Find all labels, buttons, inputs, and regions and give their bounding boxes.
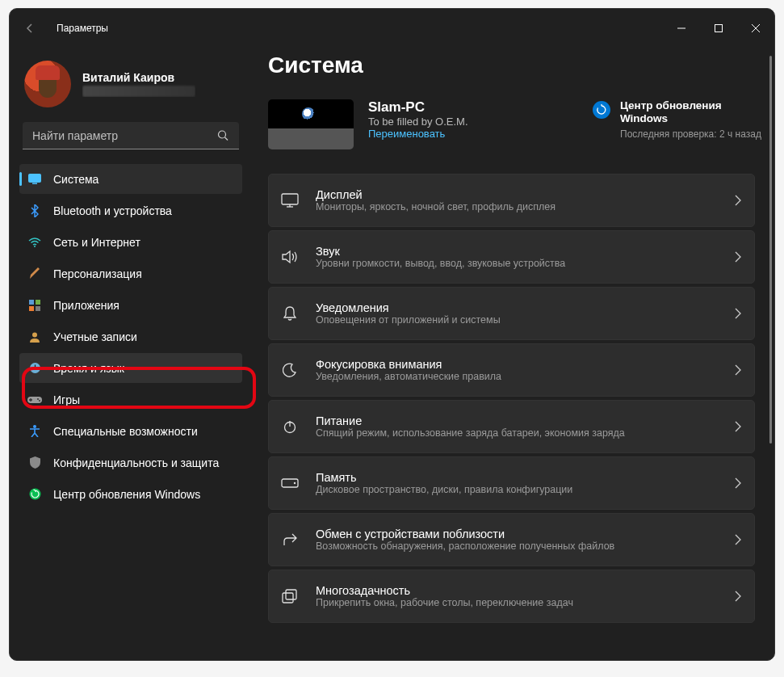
maximize-button[interactable] (700, 9, 737, 48)
accessibility-icon (27, 424, 42, 439)
chevron-right-icon (735, 364, 741, 376)
sidebar-item-apps[interactable]: Приложения (19, 290, 242, 320)
sidebar-item-personalization[interactable]: Персонализация (19, 259, 242, 288)
settings-window: Параметры Виталий Каиров (9, 8, 775, 661)
setting-title: Обмен с устройствами поблизости (316, 528, 735, 540)
setting-sub: Дисковое пространство, диски, правила ко… (316, 484, 735, 495)
window-title: Параметры (57, 23, 108, 34)
setting-display[interactable]: Дисплей Мониторы, яркость, ночной свет, … (268, 174, 755, 227)
sidebar-item-label: Учетные записи (53, 330, 137, 343)
rename-link[interactable]: Переименовать (368, 128, 468, 140)
pc-name: Slam-PC (368, 99, 468, 116)
setting-title: Питание (316, 414, 735, 427)
svg-point-14 (37, 398, 39, 400)
sidebar-item-network[interactable]: Сеть и Интернет (19, 227, 242, 257)
chevron-right-icon (735, 421, 741, 432)
refresh-icon (27, 487, 42, 502)
setting-title: Уведомления (316, 301, 735, 314)
refresh-icon (593, 101, 610, 119)
sidebar-item-label: Специальные возможности (53, 425, 198, 438)
shield-icon (27, 456, 42, 470)
main-content: Система Slam-PC To be filled by O.E.M. П… (252, 48, 774, 660)
sidebar-item-accessibility[interactable]: Специальные возможности (19, 416, 242, 446)
chevron-right-icon (735, 195, 741, 206)
chevron-right-icon (735, 251, 741, 263)
close-button[interactable] (737, 9, 774, 48)
sidebar-item-time[interactable]: Время и язык (19, 353, 242, 383)
titlebar: Параметры (10, 9, 774, 48)
svg-point-2 (219, 131, 226, 138)
sidebar-item-system[interactable]: Система (19, 164, 242, 194)
header-cards: Slam-PC To be filled by O.E.M. Переимено… (268, 99, 774, 149)
sidebar-item-label: Система (53, 173, 99, 186)
svg-point-24 (294, 482, 296, 484)
chevron-right-icon (735, 308, 741, 319)
sidebar-item-label: Приложения (53, 299, 119, 312)
setting-title: Фокусировка внимания (316, 358, 735, 371)
setting-power[interactable]: Питание Спящий режим, использование заря… (268, 400, 755, 453)
setting-focus[interactable]: Фокусировка внимания Уведомления, автома… (268, 343, 755, 397)
sidebar-item-label: Игры (53, 393, 80, 406)
update-sub: Последняя проверка: 2 ч назад (620, 128, 766, 140)
search-input[interactable] (23, 122, 239, 149)
back-button[interactable] (18, 16, 42, 40)
update-title: Центр обновления Windows (620, 99, 766, 125)
svg-point-16 (33, 425, 36, 428)
wifi-icon (27, 235, 42, 250)
minimize-button[interactable] (663, 9, 700, 48)
windows-update-card[interactable]: Центр обновления Windows Последняя прове… (593, 99, 774, 140)
drive-icon (280, 473, 300, 493)
sidebar-item-accounts[interactable]: Учетные записи (19, 322, 242, 351)
svg-rect-1 (715, 25, 723, 32)
sidebar-item-label: Персонализация (53, 267, 142, 280)
svg-rect-7 (29, 300, 34, 305)
avatar (24, 61, 71, 107)
setting-sub: Уведомления, автоматические правила (316, 371, 735, 382)
svg-point-15 (39, 400, 40, 402)
search-box[interactable] (23, 122, 239, 149)
sidebar-item-update[interactable]: Центр обновления Windows (19, 479, 242, 509)
profile[interactable]: Виталий Каиров (13, 53, 249, 122)
sidebar-item-label: Сеть и Интернет (53, 236, 140, 249)
sidebar-item-bluetooth[interactable]: Bluetooth и устройства (19, 196, 242, 225)
setting-multitasking[interactable]: Многозадачность Прикрепить окна, рабочие… (268, 570, 755, 623)
sidebar-item-privacy[interactable]: Конфиденциальность и защита (19, 448, 242, 477)
svg-rect-25 (283, 593, 293, 603)
setting-sound[interactable]: Звук Уровни громкости, вывод, ввод, звук… (268, 230, 755, 284)
setting-sub: Спящий режим, использование заряда батар… (316, 427, 735, 439)
sidebar-item-label: Конфиденциальность и защита (53, 456, 219, 469)
scrollbar[interactable] (769, 56, 772, 652)
setting-share[interactable]: Обмен с устройствами поблизости Возможно… (268, 513, 755, 566)
chevron-right-icon (735, 477, 741, 489)
setting-sub: Оповещения от приложений и системы (316, 314, 735, 326)
monitor-icon (27, 172, 42, 187)
svg-rect-4 (29, 174, 41, 182)
sidebar-item-label: Центр обновления Windows (53, 488, 200, 501)
apps-icon (27, 298, 42, 313)
svg-rect-18 (282, 194, 298, 204)
clock-icon (27, 361, 42, 376)
profile-email-blurred (82, 86, 195, 97)
sidebar-item-gaming[interactable]: Игры (19, 385, 242, 414)
multitask-icon (280, 587, 300, 606)
setting-storage[interactable]: Память Дисковое пространство, диски, пра… (268, 456, 755, 510)
moon-icon (280, 360, 300, 380)
display-icon (280, 191, 300, 210)
setting-notifications[interactable]: Уведомления Оповещения от приложений и с… (268, 287, 755, 340)
share-icon (280, 530, 300, 549)
gamepad-icon (27, 393, 42, 407)
bell-icon (280, 304, 300, 323)
scrollbar-thumb[interactable] (769, 56, 772, 444)
setting-title: Дисплей (316, 188, 735, 201)
setting-title: Звук (316, 245, 735, 258)
sidebar-item-label: Время и язык (53, 362, 124, 375)
setting-sub: Уровни громкости, вывод, ввод, звуковые … (316, 258, 735, 269)
svg-rect-5 (32, 183, 37, 184)
chevron-right-icon (735, 591, 741, 602)
sidebar-item-label: Bluetooth и устройства (53, 204, 172, 217)
power-icon (280, 417, 300, 436)
pc-card[interactable]: Slam-PC To be filled by O.E.M. Переимено… (268, 99, 568, 149)
svg-rect-9 (29, 306, 34, 311)
setting-sub: Мониторы, яркость, ночной свет, профиль … (316, 201, 735, 212)
bluetooth-icon (27, 204, 42, 218)
